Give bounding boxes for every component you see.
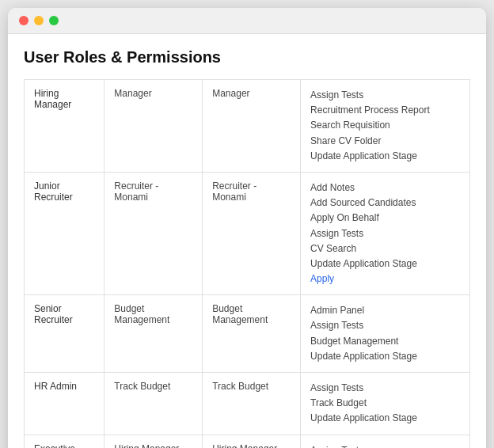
- role-type-cell: Budget Management: [104, 295, 203, 373]
- permission-item: Assign Tests: [310, 443, 460, 448]
- permission-item: Share CV Folder: [310, 134, 460, 149]
- main-content: User Roles & Permissions Hiring ManagerM…: [8, 34, 486, 448]
- permission-item: Assign Tests: [310, 226, 460, 241]
- table-row: Senior RecruiterBudget ManagementBudget …: [25, 295, 470, 373]
- role-name-cell: HR Admin: [25, 373, 104, 435]
- permission-item: Update Application Stage: [310, 256, 460, 271]
- role-name-cell: Executive Head: [25, 435, 104, 448]
- role-assigned-cell: Recruiter - Monami: [203, 172, 301, 294]
- table-row: Hiring ManagerManagerManagerAssign Tests…: [25, 80, 470, 173]
- permission-item: Assign Tests: [310, 381, 460, 396]
- role-name-cell: Senior Recruiter: [25, 295, 104, 373]
- permission-item: Update Application Stage: [310, 149, 460, 164]
- permission-item: Add Notes: [310, 180, 460, 196]
- minimize-button[interactable]: [34, 16, 44, 25]
- table-row: Junior RecruiterRecruiter - MonamiRecrui…: [25, 172, 470, 294]
- role-type-cell: Recruiter - Monami: [104, 172, 203, 294]
- permission-item: Apply On Behalf: [310, 211, 460, 226]
- role-type-cell: Manager: [104, 80, 203, 173]
- permission-item: Update Application Stage: [310, 349, 460, 364]
- permission-item: Update Application Stage: [310, 411, 460, 426]
- roles-table: Hiring ManagerManagerManagerAssign Tests…: [24, 79, 470, 448]
- table-row: Executive HeadHiring ManagerHiring Manag…: [25, 435, 470, 448]
- role-assigned-cell: Hiring Manager: [203, 435, 301, 448]
- page-title: User Roles & Permissions: [24, 48, 470, 66]
- permissions-cell: Assign TestsCreate RequisitionEdit Requi…: [301, 435, 470, 448]
- maximize-button[interactable]: [49, 16, 59, 25]
- permission-item: Recruitment Process Report: [310, 103, 460, 118]
- role-assigned-cell: Manager: [203, 80, 301, 173]
- role-assigned-cell: Budget Management: [203, 295, 301, 373]
- role-type-cell: Track Budget: [104, 373, 203, 435]
- permission-item: Track Budget: [310, 396, 460, 411]
- permissions-cell: Assign TestsTrack BudgetUpdate Applicati…: [301, 373, 470, 435]
- permissions-cell: Add NotesAdd Sourced CandidatesApply On …: [301, 172, 470, 294]
- permissions-cell: Admin PanelAssign TestsBudget Management…: [301, 295, 470, 373]
- role-name-cell: Junior Recruiter: [25, 172, 104, 294]
- role-name-cell: Hiring Manager: [25, 80, 104, 173]
- permission-item: Assign Tests: [310, 88, 460, 103]
- permission-item: Admin Panel: [310, 303, 460, 318]
- permission-item: Assign Tests: [310, 318, 460, 333]
- titlebar: [8, 8, 486, 34]
- close-button[interactable]: [19, 16, 28, 25]
- permission-item: Budget Management: [310, 334, 460, 349]
- apply-button[interactable]: Apply: [310, 271, 460, 287]
- table-row: HR AdminTrack BudgetTrack BudgetAssign T…: [25, 373, 470, 435]
- role-assigned-cell: Track Budget: [203, 373, 301, 435]
- app-window: User Roles & Permissions Hiring ManagerM…: [8, 8, 486, 448]
- permission-item: CV Search: [310, 241, 460, 256]
- role-type-cell: Hiring Manager: [104, 435, 203, 448]
- permission-item: Add Sourced Candidates: [310, 196, 460, 211]
- permission-item: Search Requisition: [310, 118, 460, 133]
- permissions-cell: Assign TestsRecruitment Process ReportSe…: [301, 80, 470, 173]
